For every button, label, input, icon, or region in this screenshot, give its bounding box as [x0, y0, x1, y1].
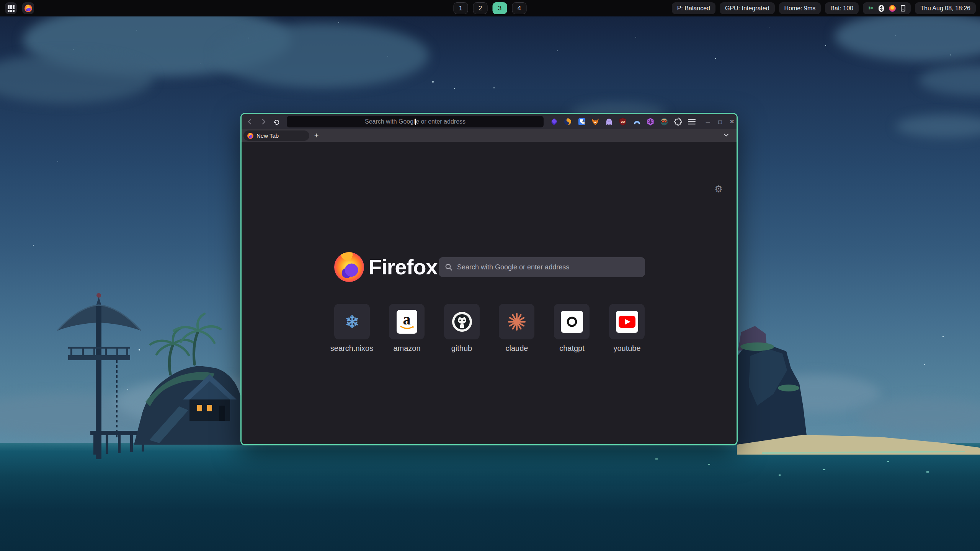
ghost-icon[interactable]: [605, 117, 613, 126]
tab-title: New Tab: [256, 132, 279, 139]
topbar-left: [5, 2, 34, 14]
workspace-1-button[interactable]: 1: [454, 2, 468, 14]
url-bar[interactable]: Search with Google or enter address: [287, 116, 544, 127]
ping-status[interactable]: Home: 9ms: [779, 2, 821, 14]
shortcut-label: chatgpt: [543, 344, 601, 353]
search-icon: [445, 263, 452, 271]
maximize-button[interactable]: □: [715, 117, 725, 126]
phone-icon[interactable]: [901, 5, 905, 11]
shield-lock-icon[interactable]: [578, 117, 586, 126]
shortcut-amazon[interactable]: a: [389, 304, 425, 339]
minimize-button[interactable]: ─: [703, 117, 713, 126]
close-button[interactable]: ✕: [727, 117, 737, 126]
shortcut-search-nixos[interactable]: ❄: [334, 304, 370, 339]
firefox-window: Search with Google or enter address UO: [240, 113, 738, 445]
power-profile-status[interactable]: P: Balanced: [672, 2, 715, 14]
workspace-switcher: 1 2 3 4: [454, 2, 527, 14]
orange-swirl-icon[interactable]: [564, 117, 572, 126]
shortcut-label: search.nixos: [323, 344, 381, 353]
fox-icon[interactable]: [591, 117, 599, 126]
workspace-3-button-active[interactable]: 3: [493, 2, 507, 14]
topbar-right: P: Balanced GPU: Integrated Home: 9ms Ba…: [672, 2, 976, 14]
nixos-snowflake-icon: ❄: [345, 311, 359, 332]
goggles-face-icon[interactable]: [660, 117, 668, 126]
newtab-search-field[interactable]: Search with Google or enter address: [439, 257, 645, 277]
firefox-logo: [334, 252, 364, 282]
clock[interactable]: Thu Aug 08, 18:26: [915, 2, 976, 14]
shortcut-label: github: [433, 344, 490, 353]
firefox-launcher-button[interactable]: [22, 2, 34, 14]
shortcut-chatgpt[interactable]: [554, 304, 590, 339]
apps-grid-icon: [8, 5, 15, 12]
claude-starburst-icon: [507, 312, 526, 331]
firefox-tab-icon: [247, 133, 253, 139]
battery-status[interactable]: Bat: 100: [825, 2, 859, 14]
scissors-icon[interactable]: ✂: [868, 5, 874, 11]
shortcut-github[interactable]: [444, 304, 480, 339]
reload-icon[interactable]: [272, 117, 281, 126]
purple-gem-icon[interactable]: [550, 117, 559, 126]
browser-toolbar: Search with Google or enter address UO: [242, 114, 737, 129]
tab-new-tab[interactable]: New Tab: [243, 130, 309, 141]
new-tab-button[interactable]: +: [311, 130, 322, 141]
blue-arc-icon[interactable]: [633, 117, 641, 126]
firefox-wordmark: Firefox: [369, 254, 438, 279]
firefox-icon: [24, 5, 32, 12]
shortcut-youtube[interactable]: [609, 304, 645, 339]
purple-hex-snowflake-icon[interactable]: [646, 117, 655, 126]
tab-bar: New Tab +: [242, 129, 737, 142]
system-tray: ✂: [863, 2, 911, 14]
forward-icon[interactable]: [259, 117, 268, 126]
brand-and-search-row: Firefox Search with Google or enter addr…: [242, 241, 737, 302]
shortcut-label: youtube: [598, 344, 656, 353]
amazon-logo-icon: a: [397, 310, 417, 334]
search-placeholder: Search with Google or enter address: [457, 263, 569, 271]
puzzle-extensions-icon[interactable]: [674, 117, 682, 126]
red-shield-icon[interactable]: UO: [619, 117, 627, 126]
gpu-status[interactable]: GPU: Integrated: [720, 2, 775, 14]
left-island: [134, 314, 247, 445]
shortcut-label: claude: [488, 344, 546, 353]
workspace-2-button[interactable]: 2: [473, 2, 488, 14]
shortcut-label: amazon: [378, 344, 436, 353]
new-tab-page: ⚙ Firefox Search with Google or enter ad…: [242, 142, 737, 444]
workspace-4-button[interactable]: 4: [512, 2, 527, 14]
urlbar-placeholder-left: Search with Googl: [365, 118, 415, 125]
hamburger-menu-icon[interactable]: [688, 117, 696, 126]
urlbar-placeholder-right: e or enter address: [416, 118, 466, 125]
apps-grid-button[interactable]: [5, 2, 17, 14]
bluetooth-icon[interactable]: [879, 5, 884, 12]
youtube-play-icon: [616, 311, 638, 333]
watchtower: [57, 293, 149, 459]
back-icon[interactable]: [245, 117, 255, 126]
openai-knot-icon: [561, 311, 583, 333]
personalize-gear-icon[interactable]: ⚙: [714, 184, 724, 194]
shortcut-claude[interactable]: [499, 304, 534, 339]
svg-text:UO: UO: [621, 121, 625, 123]
list-all-tabs-chevron-icon[interactable]: [723, 132, 730, 140]
top-status-bar: 1 2 3 4 P: Balanced GPU: Integrated Home…: [0, 0, 980, 16]
flame-icon[interactable]: [889, 5, 896, 12]
github-octocat-icon: [451, 311, 473, 333]
